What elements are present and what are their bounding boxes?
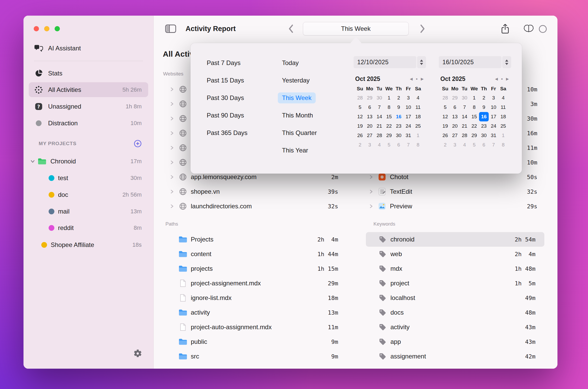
calendar-day[interactable]: 30 [374,93,384,103]
sidebar-item-unassigned[interactable]: ? Unassigned 1h 8m [29,99,148,114]
calendar-day[interactable]: 21 [374,121,384,131]
disclosure-chevron-icon[interactable] [169,131,175,136]
calendar-day[interactable]: 16 [394,112,403,121]
calendar-day[interactable]: 6 [365,103,374,112]
keyword-row[interactable]: activity43m [366,320,544,334]
calendar-day[interactable]: 1 [413,131,423,140]
calendar-day[interactable]: 25 [498,121,508,131]
option-today[interactable]: Today [282,54,317,72]
calendar-day[interactable]: 15 [469,112,479,121]
disclosure-chevron-down-icon[interactable] [30,159,35,164]
calendar-day[interactable]: 24 [403,121,413,131]
disclosure-chevron-icon[interactable] [169,145,175,150]
calendar-day[interactable]: 5 [355,103,365,112]
calendar-day[interactable]: 29 [384,131,394,140]
calendar-day[interactable]: 23 [394,121,403,131]
calendar-day[interactable]: 13 [365,112,374,121]
disclosure-chevron-icon[interactable] [169,160,175,165]
status-circle-button[interactable] [539,25,547,33]
calendar-day[interactable]: 5 [469,140,479,150]
calendar-day[interactable]: 3 [450,140,460,150]
calendar-next-button[interactable]: ▶ [421,77,424,81]
calendar-day[interactable]: 8 [469,103,479,112]
calendar-day[interactable]: 17 [403,112,413,121]
minimize-window-button[interactable] [44,26,49,31]
keyword-row[interactable]: project1h 5m [366,276,544,291]
calendar-day[interactable]: 7 [460,103,469,112]
path-row[interactable]: activity13m [169,305,338,320]
option-this-week[interactable]: This Week [282,89,317,107]
calendar-day[interactable]: 1 [469,93,479,103]
calendar-day[interactable]: 24 [489,121,498,131]
sidebar-project-reddit[interactable]: reddit 8m [29,220,148,235]
calendar-day[interactable]: 19 [440,121,450,131]
calendar-day[interactable]: 12 [440,112,450,121]
option-past-365-days[interactable]: Past 365 Days [207,124,247,142]
option-this-month[interactable]: This Month [282,107,317,124]
calendar-day[interactable]: 29 [450,93,460,103]
option-this-year[interactable]: This Year [282,142,317,159]
disclosure-chevron-icon[interactable] [169,87,175,92]
disclosure-chevron-icon[interactable] [169,204,175,209]
previous-period-button[interactable] [288,24,294,34]
end-date-field[interactable]: 16/10/2025 [439,56,511,68]
disclosure-chevron-icon[interactable] [169,174,175,180]
calendar-day[interactable]: 30 [394,131,403,140]
disclosure-chevron-icon[interactable] [169,101,175,107]
disclosure-chevron-icon[interactable] [169,189,175,194]
sidebar-project-chronoid[interactable]: Chronoid 17m [29,154,148,169]
calendar-day[interactable]: 30 [460,93,469,103]
calendar-day[interactable]: 4 [413,93,423,103]
sidebar-item-all-activities[interactable]: All Activities 5h 26m [29,82,148,97]
close-window-button[interactable] [34,26,39,31]
calendar-day[interactable]: 28 [460,131,469,140]
keyword-row[interactable]: mdx1h 48m [366,261,544,276]
calendar-day[interactable]: 9 [479,103,489,112]
calendar-day[interactable]: 7 [403,140,413,150]
disclosure-chevron-icon[interactable] [368,204,374,209]
keyword-row[interactable]: docs48m [366,305,544,320]
sidebar-item-stats[interactable]: Stats [29,66,148,81]
end-date-stepper[interactable] [502,56,511,68]
calendar-day[interactable]: 26 [355,131,365,140]
keyword-row[interactable]: app43m [366,334,544,349]
calendar-day[interactable]: 5 [440,103,450,112]
calendar-day[interactable]: 9 [394,103,403,112]
calendar-day[interactable]: 2 [479,93,489,103]
next-period-button[interactable] [420,24,425,34]
calendar-day[interactable]: 28 [440,93,450,103]
calendar-day[interactable]: 25 [413,121,423,131]
stepper-up-icon[interactable] [505,60,508,62]
calendar-today-button[interactable]: ● [416,77,418,81]
calendar-day[interactable]: 8 [384,103,394,112]
stepper-down-icon[interactable] [420,63,423,65]
share-button[interactable] [501,23,510,35]
stepper-down-icon[interactable] [505,63,508,65]
calendar-day[interactable]: 1 [384,93,394,103]
settings-button[interactable] [133,349,142,358]
start-date-field[interactable]: 12/10/2025 [354,56,426,68]
calendar-day[interactable]: 31 [489,131,498,140]
calendar-prev-button[interactable]: ◀ [410,77,413,81]
option-past-7-days[interactable]: Past 7 Days [207,54,247,72]
path-row[interactable]: content1h 44m [169,247,338,261]
calendar-day[interactable]: 14 [460,112,469,121]
calendar-day[interactable]: 31 [403,131,413,140]
keyword-row[interactable]: localhost49m [366,291,544,305]
disclosure-chevron-icon[interactable] [169,116,175,121]
website-row[interactable]: shopee.vn39s [169,184,338,199]
calendar-day[interactable]: 14 [374,112,384,121]
calendar-day[interactable]: 3 [489,93,498,103]
calendar-day[interactable]: 2 [355,140,365,150]
sidebar-toggle-button[interactable] [165,24,176,34]
option-yesterday[interactable]: Yesterday [282,72,317,89]
calendar-today-button[interactable]: ● [501,77,503,81]
path-row[interactable]: Projects2h 4m [169,232,338,247]
calendar-day[interactable]: 18 [498,112,508,121]
option-this-quarter[interactable]: This Quarter [282,124,317,142]
calendar-day[interactable]: 20 [450,121,460,131]
calendar-day[interactable]: 3 [403,93,413,103]
calendar-day[interactable]: 4 [498,93,508,103]
calendar-day[interactable]: 19 [355,121,365,131]
app-row[interactable]: Preview29s [368,199,537,214]
